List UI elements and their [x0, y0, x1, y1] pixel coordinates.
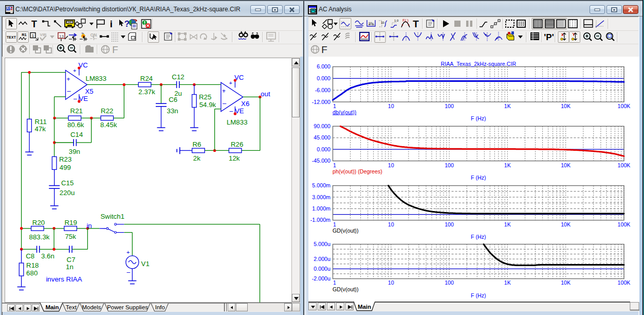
- svg-text:GD(v(out)): GD(v(out)): [333, 286, 358, 292]
- svg-text:10K: 10K: [561, 103, 571, 109]
- svg-text:0.000: 0.000: [317, 146, 330, 152]
- svg-text:-1.000m: -1.000m: [310, 217, 330, 223]
- svg-text:-6.000: -6.000: [315, 87, 330, 93]
- svg-text:1K: 1K: [504, 279, 511, 286]
- svg-text:10: 10: [388, 279, 394, 286]
- svg-text:1: 1: [333, 162, 336, 168]
- svg-text:10: 10: [388, 221, 394, 227]
- svg-text:90.000: 90.000: [314, 123, 330, 129]
- svg-text:100K: 100K: [618, 279, 631, 286]
- svg-text:100K: 100K: [618, 162, 631, 168]
- svg-text:1: 1: [333, 221, 336, 227]
- svg-text:1K: 1K: [504, 221, 511, 227]
- svg-text:ph(v(out)) (Degrees): ph(v(out)) (Degrees): [333, 168, 382, 174]
- svg-text:2.000u: 2.000u: [314, 256, 330, 262]
- svg-text:10K: 10K: [561, 279, 571, 286]
- svg-text:db(v(out)): db(v(out)): [333, 109, 356, 115]
- svg-text:-45.000: -45.000: [312, 157, 330, 164]
- svg-text:RIAA_Texas_2kHz-square.CIR: RIAA_Texas_2kHz-square.CIR: [440, 61, 516, 67]
- svg-text:10: 10: [388, 162, 394, 168]
- svg-text:5.000m: 5.000m: [312, 182, 330, 188]
- svg-text:1K: 1K: [504, 103, 511, 109]
- svg-text:10K: 10K: [561, 221, 571, 227]
- svg-text:3.000m: 3.000m: [312, 194, 330, 200]
- svg-text:0.000u: 0.000u: [314, 266, 330, 272]
- svg-text:-12.000: -12.000: [312, 99, 330, 105]
- svg-text:10: 10: [388, 103, 394, 109]
- svg-text:1: 1: [333, 279, 336, 286]
- svg-text:10K: 10K: [561, 162, 571, 168]
- svg-text:F (Hz): F (Hz): [471, 115, 486, 121]
- svg-text:45.000: 45.000: [314, 134, 330, 141]
- svg-text:GD(v(out)): GD(v(out)): [333, 227, 358, 234]
- svg-text:1: 1: [333, 103, 336, 109]
- svg-text:100: 100: [445, 279, 454, 286]
- svg-text:100: 100: [445, 162, 454, 168]
- svg-text:6.000: 6.000: [317, 63, 330, 69]
- svg-text:5.000u: 5.000u: [314, 241, 330, 247]
- svg-text:F (Hz): F (Hz): [471, 292, 486, 299]
- svg-text:100K: 100K: [618, 103, 631, 109]
- svg-text:1K: 1K: [504, 162, 511, 168]
- svg-text:F (Hz): F (Hz): [471, 174, 486, 181]
- svg-text:0.000: 0.000: [317, 75, 330, 81]
- svg-text:100: 100: [445, 103, 454, 109]
- svg-text:100K: 100K: [618, 221, 631, 227]
- svg-text:-2.000u: -2.000u: [312, 275, 330, 282]
- svg-text:100: 100: [445, 221, 454, 227]
- svg-text:1.000m: 1.000m: [312, 205, 330, 212]
- svg-text:F (Hz): F (Hz): [471, 234, 486, 240]
